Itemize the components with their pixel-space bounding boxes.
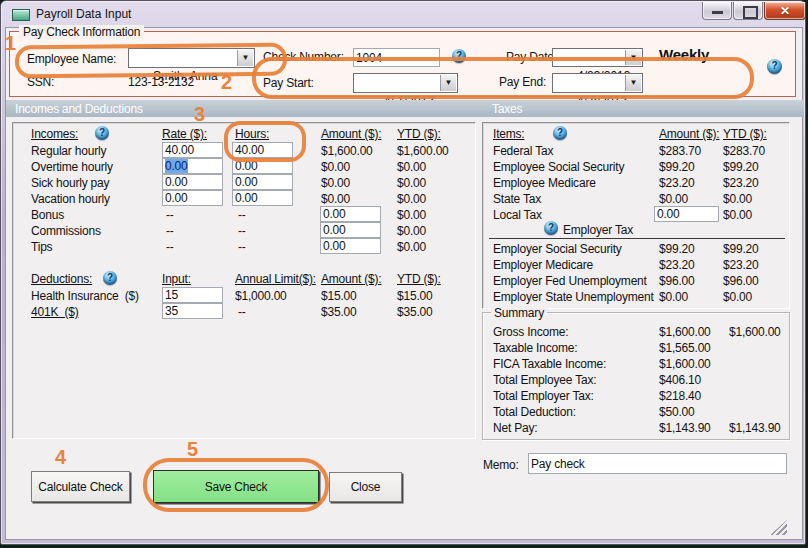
check-number-input[interactable] [353, 48, 440, 67]
income-row-label: Commissions [31, 224, 101, 238]
help-icon[interactable] [767, 59, 782, 74]
income-row-label: Vacation hourly [31, 192, 110, 206]
close-button[interactable]: Close [329, 472, 402, 502]
summary-label: Total Employee Tax: [493, 373, 596, 387]
tax-row-label: Employer Social Security [493, 242, 622, 256]
memo-label: Memo: [483, 458, 519, 472]
hours-na: -- [238, 208, 246, 222]
col-ytd: YTD ($): [397, 127, 441, 141]
deduction-amount: $35.00 [321, 305, 357, 319]
section-incomes-header: Incomes and Deductions [15, 102, 143, 116]
close-icon[interactable] [764, 2, 806, 20]
paycheck-group-label: Pay Check Information [19, 25, 144, 39]
deduction-input[interactable] [162, 287, 223, 303]
income-ytd: $0.00 [397, 208, 426, 222]
annotation-step-1: 1 [5, 32, 16, 55]
deduction-row-label[interactable]: 401K ($) [31, 305, 79, 319]
summary-label: Total Employer Tax: [493, 389, 594, 403]
tax-ytd: $23.20 [723, 176, 759, 190]
deduction-annual-limit: $1,000.00 [235, 289, 287, 303]
divider [489, 238, 785, 239]
chevron-down-icon[interactable]: ▼ [625, 50, 641, 65]
hours-input[interactable] [232, 174, 293, 190]
ssn-value: 123-13-2132 [128, 75, 194, 89]
annotation-step-5: 5 [187, 438, 198, 461]
tax-amount: $99.20 [659, 160, 695, 174]
payroll-window: Payroll Data Input Pay Check Information… [0, 0, 808, 548]
summary-ytd: $1,600.00 [729, 325, 781, 339]
summary-label: Net Pay: [493, 421, 537, 435]
summary-group-label: Summary [491, 306, 547, 320]
rate-input[interactable] [162, 142, 223, 158]
save-check-button[interactable]: Save Check [153, 470, 319, 503]
hours-input[interactable] [232, 158, 293, 174]
col-annual-limit: Annual Limit($): [235, 272, 316, 286]
deduction-input[interactable] [162, 303, 223, 319]
income-ytd: $0.00 [397, 240, 426, 254]
chevron-down-icon[interactable]: ▼ [440, 75, 456, 91]
col-amount: Amount ($): [659, 127, 720, 141]
tax-amount: $0.00 [659, 192, 688, 206]
rate-input[interactable]: 0.00 [162, 158, 223, 174]
help-icon[interactable] [544, 221, 558, 235]
chevron-down-icon[interactable]: ▼ [237, 50, 253, 66]
app-icon [12, 9, 30, 21]
employer-tax-header: Employer Tax [563, 223, 633, 237]
memo-input[interactable] [528, 453, 787, 474]
income-amount: $1,600.00 [321, 144, 373, 158]
rate-input[interactable] [162, 190, 223, 206]
pay-start-select[interactable]: 4/ 1/2013 ▼ [353, 73, 458, 93]
chevron-down-icon[interactable]: ▼ [625, 75, 641, 91]
help-icon[interactable] [95, 126, 109, 140]
tax-row-label: Local Tax [493, 208, 542, 222]
maximize-button[interactable] [733, 2, 763, 20]
income-row-label: Overtime hourly [31, 160, 113, 174]
income-amount: $0.00 [321, 176, 350, 190]
amount-input[interactable] [320, 222, 381, 238]
deduction-ytd: $15.00 [397, 289, 433, 303]
income-row-label: Bonus [31, 208, 64, 222]
pay-end-select[interactable]: 4/ 8/2013 ▼ [552, 73, 643, 93]
income-ytd: $0.00 [397, 192, 426, 206]
summary-amount: $406.10 [659, 373, 701, 387]
summary-amount: $218.40 [659, 389, 701, 403]
incomes-title: Incomes: [31, 127, 78, 141]
pay-date-select[interactable]: 4/23/2013 ▼ [552, 48, 643, 67]
employee-name-select[interactable]: Smith, Anna ▼ [128, 48, 255, 68]
tax-row-label: State Tax [493, 192, 541, 206]
help-icon[interactable] [452, 49, 466, 63]
rate-na: -- [166, 240, 174, 254]
title-bar[interactable]: Payroll Data Input [1, 1, 807, 27]
summary-amount: $1,600.00 [659, 357, 711, 371]
col-hours: Hours: [235, 127, 269, 141]
amount-input[interactable] [320, 206, 381, 222]
col-rate: Rate ($): [162, 127, 207, 141]
minimize-button[interactable] [702, 2, 732, 20]
rate-input[interactable] [162, 174, 223, 190]
help-icon[interactable] [103, 271, 117, 285]
income-ytd: $0.00 [397, 176, 426, 190]
local-tax-input[interactable] [654, 206, 719, 222]
pay-date-label: Pay Date: [506, 50, 557, 64]
deduction-ytd: $35.00 [397, 305, 433, 319]
rate-na: -- [166, 224, 174, 238]
amount-input[interactable] [320, 238, 381, 254]
summary-label: Taxable Income: [493, 341, 577, 355]
deduction-amount: $15.00 [321, 289, 357, 303]
tax-amount: $23.20 [659, 176, 695, 190]
deduction-row-label: Health Insurance ($) [31, 289, 139, 303]
hours-na: -- [238, 240, 246, 254]
annotation-step-3: 3 [194, 103, 205, 126]
summary-amount: $1,565.00 [659, 341, 711, 355]
tax-row-label: Employer State Unemployment [493, 290, 654, 304]
section-header-bar: Incomes and Deductions Taxes [6, 100, 804, 117]
hours-input[interactable] [232, 142, 293, 158]
hours-input[interactable] [232, 190, 293, 206]
summary-ytd: $1,143.90 [729, 421, 781, 435]
col-input: Input: [162, 272, 191, 286]
taxes-items-title: Items: [493, 127, 524, 141]
tax-ytd: $99.20 [723, 242, 759, 256]
tax-ytd: $23.20 [723, 258, 759, 272]
calculate-check-button[interactable]: Calculate Check [31, 471, 130, 502]
help-icon[interactable] [553, 126, 567, 140]
